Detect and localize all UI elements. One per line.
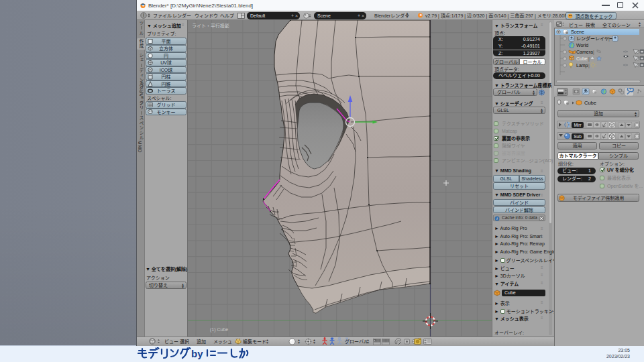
svg-text:World: World (576, 43, 588, 48)
svg-text:|: | (588, 56, 590, 62)
svg-text:Cube: Cube (576, 56, 588, 61)
svg-text:ライト・平行投影: ライト・平行投影 (192, 23, 229, 29)
svg-text:|: | (608, 36, 610, 42)
svg-text:by: by (191, 348, 203, 359)
svg-text:(1) Cube: (1) Cube (210, 327, 228, 333)
svg-text:Camera: Camera (576, 50, 593, 54)
svg-text:|: | (588, 63, 590, 68)
svg-text:Scene: Scene (571, 29, 584, 34)
svg-text:|: | (593, 50, 594, 55)
svg-text:Lamp: Lamp (576, 63, 588, 68)
svg-text:Cube: Cube (584, 100, 596, 106)
